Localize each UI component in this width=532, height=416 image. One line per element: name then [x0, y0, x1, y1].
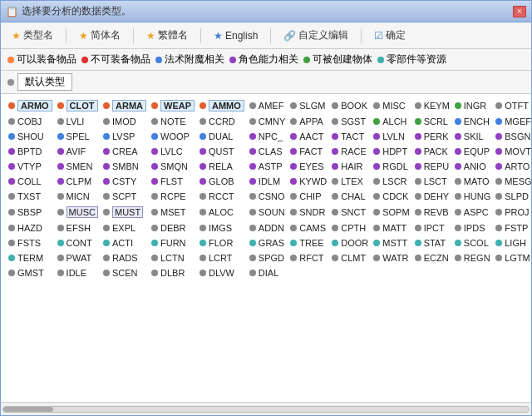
- list-item[interactable]: APPA: [288, 114, 329, 129]
- list-item[interactable]: IMGS: [197, 220, 247, 235]
- list-item[interactable]: COBJ: [6, 114, 55, 129]
- list-item[interactable]: RELA: [197, 159, 247, 174]
- close-button[interactable]: ×: [513, 6, 526, 17]
- list-item[interactable]: AVIF: [55, 144, 101, 159]
- list-item[interactable]: DLVW: [197, 265, 247, 280]
- list-item[interactable]: LCTN: [149, 250, 197, 265]
- list-item[interactable]: CCRD: [197, 114, 247, 129]
- list-item[interactable]: SCEN: [101, 265, 149, 280]
- scrollbar-track[interactable]: [2, 406, 530, 413]
- list-item[interactable]: MSTT: [371, 235, 411, 250]
- list-item[interactable]: SCOL: [452, 235, 493, 250]
- list-item[interactable]: CDCK: [371, 189, 411, 204]
- list-item[interactable]: LSCT: [412, 174, 452, 189]
- list-item[interactable]: CAMS: [288, 220, 329, 235]
- list-item[interactable]: FSTS: [6, 235, 55, 250]
- list-item[interactable]: MGEF: [493, 114, 531, 129]
- list-item[interactable]: AMEF: [247, 97, 288, 114]
- list-item[interactable]: DOOR: [329, 235, 371, 250]
- list-item[interactable]: IMOD: [101, 114, 149, 129]
- list-item[interactable]: ARTO: [493, 159, 531, 174]
- list-item[interactable]: TXST: [6, 189, 55, 204]
- list-item[interactable]: REGN: [452, 250, 493, 265]
- scrollbar-area[interactable]: [1, 402, 531, 415]
- list-item[interactable]: SOPM: [371, 204, 411, 220]
- list-item[interactable]: IPCT: [412, 220, 452, 235]
- list-item[interactable]: DUAL: [197, 129, 247, 144]
- list-item[interactable]: KEYM: [412, 97, 452, 114]
- list-item[interactable]: SKIL: [452, 129, 493, 144]
- list-item[interactable]: EQUP: [452, 144, 493, 159]
- list-item[interactable]: ALCH: [371, 114, 411, 129]
- list-item[interactable]: PACK: [412, 144, 452, 159]
- list-item[interactable]: ACTI: [101, 235, 149, 250]
- list-item[interactable]: SPGD: [247, 250, 288, 265]
- list-item[interactable]: DLBR: [149, 265, 197, 280]
- list-item[interactable]: TERM: [6, 250, 55, 265]
- list-item[interactable]: ASTP: [247, 159, 288, 174]
- list-item[interactable]: DIAL: [247, 265, 288, 280]
- list-item[interactable]: SBSP: [6, 204, 55, 220]
- list-item[interactable]: FLOR: [197, 235, 247, 250]
- list-item[interactable]: CHAL: [329, 189, 371, 204]
- list-item[interactable]: CSNO: [247, 189, 288, 204]
- list-item[interactable]: LVLN: [371, 129, 411, 144]
- toolbar-custom-edit[interactable]: 🔗 自定义编辑: [278, 26, 354, 45]
- list-item[interactable]: DEBR: [149, 220, 197, 235]
- list-item[interactable]: RADS: [101, 250, 149, 265]
- list-item[interactable]: OTFT: [493, 97, 531, 114]
- list-item[interactable]: SHOU: [6, 129, 55, 144]
- list-item[interactable]: SMEN: [55, 159, 101, 174]
- list-item[interactable]: RCPE: [149, 189, 197, 204]
- list-item[interactable]: IDLM: [247, 174, 288, 189]
- list-item[interactable]: FACT: [288, 144, 329, 159]
- list-item[interactable]: RACE: [329, 144, 371, 159]
- list-item[interactable]: LIGH: [493, 235, 531, 250]
- list-item[interactable]: GRAS: [247, 235, 288, 250]
- list-item[interactable]: FLST: [149, 174, 197, 189]
- list-item[interactable]: LVSP: [101, 129, 149, 144]
- list-item[interactable]: ENCH: [452, 114, 493, 129]
- list-item[interactable]: PWAT: [55, 250, 101, 265]
- list-item[interactable]: NOTE: [149, 114, 197, 129]
- toolbar-english[interactable]: ★ English: [208, 27, 264, 44]
- list-item[interactable]: HUNG: [452, 189, 493, 204]
- list-item[interactable]: RGDL: [371, 159, 411, 174]
- list-item[interactable]: REPU: [412, 159, 452, 174]
- list-item[interactable]: DEHY: [412, 189, 452, 204]
- list-item[interactable]: SNDR: [288, 204, 329, 220]
- list-item[interactable]: PROJ: [493, 204, 531, 220]
- list-item[interactable]: CLMT: [329, 250, 371, 265]
- list-item[interactable]: ASPC: [452, 204, 493, 220]
- list-item[interactable]: HDPT: [371, 144, 411, 159]
- list-item[interactable]: PERK: [412, 129, 452, 144]
- list-item[interactable]: EFSH: [55, 220, 101, 235]
- list-item[interactable]: REVB: [412, 204, 452, 220]
- list-item[interactable]: CHIP: [288, 189, 329, 204]
- list-item[interactable]: IDLE: [55, 265, 101, 280]
- list-item[interactable]: CONT: [55, 235, 101, 250]
- toolbar-trad-name[interactable]: ★ 繁體名: [140, 26, 194, 45]
- list-item[interactable]: TREE: [288, 235, 329, 250]
- list-item[interactable]: WATR: [371, 250, 411, 265]
- list-item[interactable]: LVLC: [149, 144, 197, 159]
- list-item[interactable]: SCPT: [101, 189, 149, 204]
- list-item[interactable]: CLOT: [55, 97, 101, 114]
- list-item[interactable]: ADDN: [247, 220, 288, 235]
- list-item[interactable]: SPEL: [55, 129, 101, 144]
- list-item[interactable]: LTEX: [329, 174, 371, 189]
- list-item[interactable]: EXPL: [101, 220, 149, 235]
- list-item[interactable]: GMST: [6, 265, 55, 280]
- list-item[interactable]: CLAS: [247, 144, 288, 159]
- default-type-button[interactable]: 默认类型: [17, 73, 72, 91]
- list-item[interactable]: BOOK: [329, 97, 371, 114]
- list-item[interactable]: SLPD: [493, 189, 531, 204]
- list-item[interactable]: BPTD: [6, 144, 55, 159]
- list-item[interactable]: HAIR: [329, 159, 371, 174]
- list-item[interactable]: FSTP: [493, 220, 531, 235]
- list-item[interactable]: MOVT: [493, 144, 531, 159]
- list-item[interactable]: LCRT: [197, 250, 247, 265]
- list-item[interactable]: TACT: [329, 129, 371, 144]
- list-item[interactable]: LSCR: [371, 174, 411, 189]
- list-item[interactable]: SLGM: [288, 97, 329, 114]
